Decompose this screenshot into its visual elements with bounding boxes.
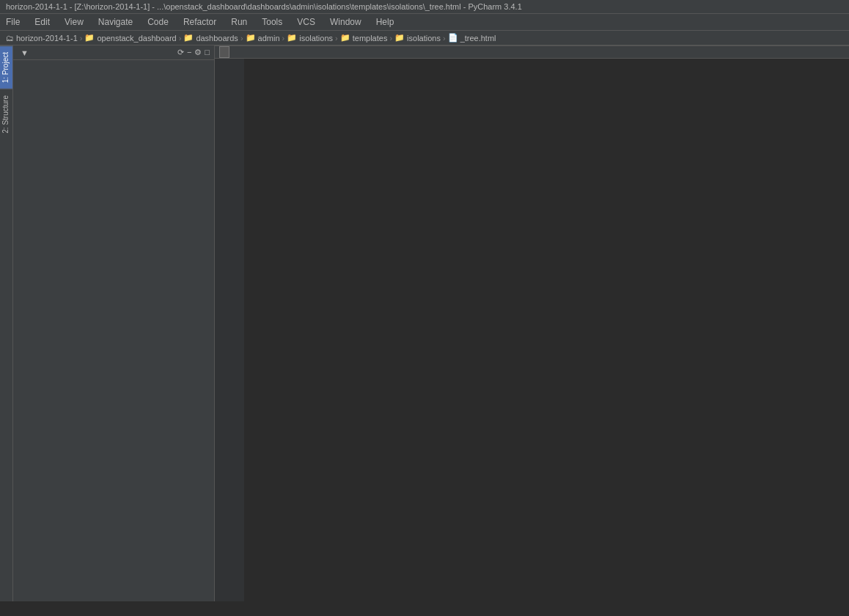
script-label (215, 46, 849, 59)
breadcrumb-item-isolations[interactable]: 📁isolations (287, 33, 333, 43)
menu-item-tools[interactable]: Tools (259, 15, 285, 29)
panel-actions: ⟳ − ⚙ □ (177, 48, 210, 57)
breadcrumb-label: admin (258, 34, 280, 43)
collapse-icon[interactable]: − (187, 48, 191, 57)
menu-item-window[interactable]: Window (327, 15, 364, 29)
breadcrumb-item-horizon-2014-1-1[interactable]: 🗂horizon-2014-1-1 (6, 34, 78, 43)
menu-bar: FileEditViewNavigateCodeRefactorRunTools… (0, 14, 849, 31)
title-bar: horizon-2014-1-1 - [Z:\horizon-2014-1-1]… (0, 0, 849, 14)
code-content[interactable] (244, 59, 849, 601)
menu-item-navigate[interactable]: Navigate (95, 15, 136, 29)
menu-item-code[interactable]: Code (144, 15, 172, 29)
folder-icon: 📁 (84, 33, 95, 43)
folder-icon: 📁 (287, 33, 297, 43)
settings-icon[interactable]: ⚙ (194, 48, 202, 57)
breadcrumb-label: horizon-2014-1-1 (16, 34, 78, 43)
breadcrumb-arrow-5: › (335, 34, 338, 43)
main-layout: 1: Project 2: Structure ▼ ⟳ − ⚙ □ (0, 45, 849, 601)
sidebar: ▼ ⟳ − ⚙ □ (13, 45, 215, 601)
breadcrumb-item-admin[interactable]: 📁admin (246, 33, 280, 43)
breadcrumb-item-templates[interactable]: 📁templates (340, 33, 388, 43)
project-icon: 🗂 (6, 34, 14, 43)
breadcrumb-item-isolations[interactable]: 📁isolations (394, 33, 441, 43)
expand-icon[interactable]: □ (205, 48, 210, 57)
title-text: horizon-2014-1-1 - [Z:\horizon-2014-1-1]… (6, 2, 522, 11)
menu-item-run[interactable]: Run (228, 15, 250, 29)
breadcrumb-arrow-1: › (80, 34, 83, 43)
menu-item-refactor[interactable]: Refactor (180, 15, 219, 29)
breadcrumb-label: templates (353, 34, 388, 43)
breadcrumb-bar: 🗂horizon-2014-1-1›📁openstack_dashboard›📁… (0, 31, 849, 45)
breadcrumb-item-openstack-dashboard[interactable]: 📁openstack_dashboard (84, 33, 176, 43)
folder-icon: 📁 (246, 33, 256, 43)
breadcrumb-label: isolations (299, 34, 333, 43)
line-gutter (215, 59, 244, 601)
menu-item-help[interactable]: Help (373, 15, 397, 29)
dropdown-arrow: ▼ (21, 48, 29, 57)
breadcrumb-arrow-2: › (179, 34, 182, 43)
breadcrumb-label: isolations (407, 34, 441, 43)
vertical-tabs: 1: Project 2: Structure (0, 45, 13, 601)
folder-icon: 📁 (394, 33, 405, 43)
breadcrumb-item--tree-html[interactable]: 📄_tree.html (448, 33, 496, 43)
breadcrumb-arrow-6: › (389, 34, 392, 43)
file-tree (13, 60, 214, 63)
breadcrumb-arrow-3: › (240, 34, 243, 43)
vtab-structure[interactable]: 2: Structure (0, 89, 12, 139)
breadcrumb-label: _tree.html (460, 34, 496, 43)
menu-item-file[interactable]: File (3, 15, 23, 29)
menu-item-view[interactable]: View (62, 15, 87, 29)
file-icon: 📄 (448, 33, 458, 43)
menu-item-vcs[interactable]: VCS (294, 15, 318, 29)
breadcrumb-item-dashboards[interactable]: 📁dashboards (183, 33, 238, 43)
code-container (215, 59, 849, 601)
menu-item-edit[interactable]: Edit (32, 15, 53, 29)
breadcrumb-label: openstack_dashboard (97, 34, 176, 43)
vtab-project[interactable]: 1: Project (0, 45, 12, 89)
sync-icon[interactable]: ⟳ (177, 48, 184, 57)
breadcrumb-arrow-7: › (443, 34, 446, 43)
script-badge (219, 46, 229, 58)
folder-icon: 📁 (340, 33, 350, 43)
panel-header-left: ▼ (18, 48, 29, 57)
breadcrumb-arrow-4: › (282, 34, 285, 43)
editor-area (215, 45, 849, 601)
panel-header: ▼ ⟳ − ⚙ □ (13, 45, 214, 60)
breadcrumb-label: dashboards (196, 34, 238, 43)
folder-icon: 📁 (183, 33, 194, 43)
